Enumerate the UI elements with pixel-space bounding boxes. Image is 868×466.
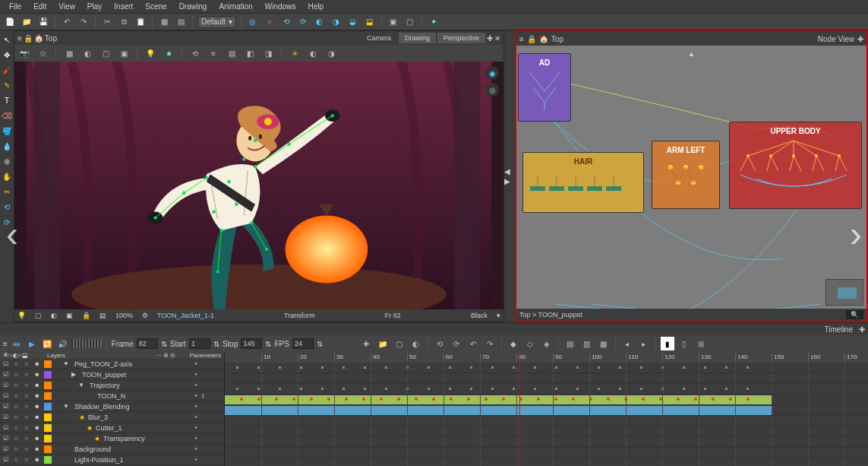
solo-icon[interactable]: ○ bbox=[11, 359, 21, 369]
keyframe[interactable] bbox=[619, 366, 621, 369]
keyframe[interactable] bbox=[385, 388, 387, 390]
key-icon[interactable]: ◆ bbox=[507, 337, 520, 350]
lock-icon[interactable]: ○ bbox=[21, 433, 32, 444]
keyframe[interactable] bbox=[729, 398, 732, 401]
cut-icon[interactable]: ✂ bbox=[100, 15, 114, 29]
target-icon[interactable]: ◎ bbox=[246, 15, 260, 29]
keyframe[interactable] bbox=[725, 366, 728, 369]
tool-icon[interactable]: ◇ bbox=[523, 337, 537, 350]
keyframe[interactable] bbox=[502, 398, 505, 401]
lock-icon[interactable]: 🔒 bbox=[24, 34, 33, 43]
enable-icon[interactable]: ☑ bbox=[0, 433, 11, 444]
keyframe[interactable] bbox=[428, 388, 430, 390]
prev-slide-button[interactable]: ‹ bbox=[6, 212, 18, 254]
tool-icon[interactable]: ▢ bbox=[403, 15, 417, 29]
onion-icon[interactable]: ■ bbox=[32, 423, 43, 433]
tool-icon[interactable]: ◒ bbox=[346, 15, 360, 29]
keyframe[interactable] bbox=[364, 388, 366, 390]
table-icon[interactable]: ▤ bbox=[174, 15, 188, 29]
onion-icon[interactable]: ■ bbox=[32, 444, 43, 455]
grid-icon[interactable]: ▦ bbox=[157, 15, 171, 29]
effect-icon[interactable]: ✦ bbox=[427, 15, 440, 29]
expand-icon[interactable] bbox=[61, 455, 71, 465]
folder-icon[interactable]: 📁 bbox=[376, 337, 390, 350]
sun-icon[interactable]: ☀ bbox=[288, 46, 301, 60]
text-tool-icon[interactable]: T bbox=[1, 94, 13, 106]
keyframe[interactable] bbox=[534, 366, 536, 369]
tool-icon[interactable]: ⟲ bbox=[1, 201, 13, 213]
sound-button[interactable]: 🔊 bbox=[56, 338, 68, 350]
light-toggle-icon[interactable]: 💡 bbox=[17, 312, 26, 319]
onion-icon[interactable]: ■ bbox=[32, 433, 43, 444]
lock-icon[interactable]: ○ bbox=[21, 359, 32, 369]
keyframe[interactable] bbox=[491, 366, 494, 369]
keyframe[interactable] bbox=[640, 388, 642, 390]
keyframe[interactable] bbox=[642, 398, 645, 401]
cut-tool-icon[interactable]: ✂ bbox=[1, 185, 13, 198]
keyframe[interactable] bbox=[450, 398, 453, 401]
expand-icon[interactable] bbox=[76, 423, 87, 433]
keyframe[interactable] bbox=[321, 366, 324, 369]
expand-icon[interactable] bbox=[61, 444, 71, 455]
keyframe[interactable] bbox=[300, 366, 302, 369]
keyframe[interactable] bbox=[513, 366, 515, 369]
add-key-icon[interactable]: + bbox=[191, 380, 201, 391]
add-key-icon[interactable]: + bbox=[191, 433, 201, 444]
enable-icon[interactable]: ☑ bbox=[0, 401, 11, 412]
enable-icon[interactable]: ☑ bbox=[0, 444, 11, 455]
keyframe[interactable] bbox=[683, 366, 685, 369]
keyframe[interactable] bbox=[327, 398, 330, 401]
lock-icon[interactable]: ○ bbox=[21, 444, 32, 455]
tool-icon[interactable]: ▤ bbox=[225, 46, 238, 60]
keyframe[interactable] bbox=[554, 398, 557, 401]
next-key-icon[interactable]: ▸ bbox=[637, 337, 651, 350]
onion-icon[interactable]: ■ bbox=[32, 455, 43, 465]
tool-icon[interactable]: ◧ bbox=[243, 46, 257, 60]
tool-icon[interactable]: ▢ bbox=[35, 312, 42, 319]
home-icon[interactable]: 🏠 bbox=[539, 35, 548, 43]
keyframe[interactable] bbox=[694, 398, 697, 401]
solo-icon[interactable]: ○ bbox=[11, 412, 21, 423]
menu-scene[interactable]: Scene bbox=[139, 1, 172, 12]
eraser-tool-icon[interactable]: ⌫ bbox=[1, 109, 13, 122]
menu-icon[interactable]: ≡ bbox=[17, 34, 22, 43]
add-key-icon[interactable]: + bbox=[191, 444, 201, 455]
keyframe[interactable] bbox=[746, 398, 750, 401]
keyframe[interactable] bbox=[380, 398, 383, 401]
keyframe[interactable] bbox=[257, 398, 260, 401]
open-button[interactable]: 📁 bbox=[20, 15, 33, 29]
lock-icon[interactable]: ○ bbox=[21, 412, 32, 423]
tool-icon[interactable]: ▣ bbox=[66, 312, 73, 319]
track-row[interactable] bbox=[225, 426, 868, 437]
add-key-icon[interactable]: + bbox=[191, 423, 201, 433]
keyframe[interactable] bbox=[342, 366, 345, 369]
lock-icon[interactable]: 🔒 bbox=[527, 35, 536, 43]
expand-icon[interactable] bbox=[84, 391, 94, 401]
keyframe[interactable] bbox=[257, 388, 260, 390]
keyframe[interactable] bbox=[432, 398, 435, 401]
tool-icon[interactable]: ◑ bbox=[330, 15, 343, 29]
tool-icon[interactable]: ▣ bbox=[117, 46, 131, 60]
fps-input[interactable] bbox=[292, 338, 314, 349]
layer-icon[interactable]: ≡ bbox=[207, 46, 220, 60]
keyframe[interactable] bbox=[321, 388, 324, 390]
keyframe[interactable] bbox=[292, 398, 295, 401]
keyframe[interactable] bbox=[342, 388, 345, 390]
node-group-upper-body[interactable]: UPPER BODY bbox=[729, 122, 862, 209]
keyframe[interactable] bbox=[725, 388, 728, 390]
keyframe[interactable] bbox=[598, 388, 600, 390]
move-tool-icon[interactable]: ✥ bbox=[1, 49, 13, 61]
hand-tool-icon[interactable]: ✋ bbox=[1, 170, 13, 182]
keyframe[interactable] bbox=[449, 366, 451, 369]
keyframe[interactable] bbox=[598, 366, 600, 369]
lock-icon[interactable]: ○ bbox=[21, 423, 32, 433]
node-minimap[interactable] bbox=[825, 279, 863, 306]
next-slide-button[interactable]: › bbox=[850, 212, 862, 254]
panel-splitter[interactable]: ◀ ▶ bbox=[504, 30, 512, 322]
nav-up-icon[interactable]: ▲ bbox=[688, 49, 696, 58]
add-icon[interactable]: ✚ bbox=[857, 35, 863, 43]
save-button[interactable]: 💾 bbox=[36, 15, 50, 29]
enable-icon[interactable]: ☑ bbox=[0, 391, 11, 401]
keyframe[interactable] bbox=[236, 388, 238, 390]
keyframe[interactable] bbox=[704, 388, 706, 390]
